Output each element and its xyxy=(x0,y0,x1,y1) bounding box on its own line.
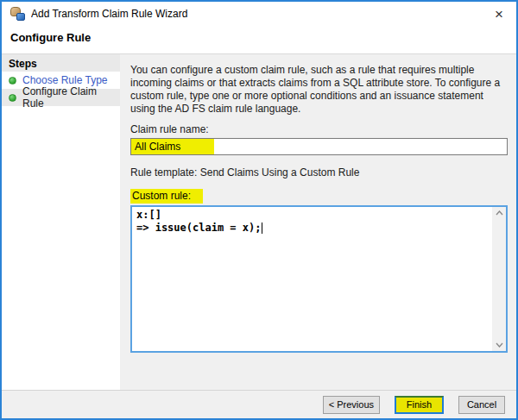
step-label[interactable]: Choose Rule Type xyxy=(22,74,108,86)
cancel-button[interactable]: Cancel xyxy=(458,396,505,414)
scroll-down-icon[interactable] xyxy=(495,341,503,349)
wizard-window: Add Transform Claim Rule Wizard × Config… xyxy=(0,0,518,420)
vertical-scrollbar[interactable] xyxy=(492,207,506,351)
window-title: Add Transform Claim Rule Wizard xyxy=(31,8,489,20)
claim-rule-name-label: Claim rule name: xyxy=(130,123,506,135)
claim-rule-name-input[interactable]: All Claims xyxy=(130,138,508,155)
finish-button[interactable]: Finish xyxy=(395,396,444,414)
title-bar: Add Transform Claim Rule Wizard × xyxy=(2,2,516,26)
custom-rule-value[interactable]: x:[] => issue(claim = x); xyxy=(136,209,489,349)
scroll-up-icon[interactable] xyxy=(495,209,503,217)
previous-button[interactable]: < Previous xyxy=(323,396,380,414)
page-header: Configure Rule xyxy=(2,26,516,53)
wizard-body: Steps Choose Rule Type Configure Claim R… xyxy=(2,53,516,390)
claim-rule-wizard-icon xyxy=(10,7,25,21)
step-label: Configure Claim Rule xyxy=(22,85,113,110)
step-done-bullet-icon xyxy=(9,77,16,85)
page-title: Configure Rule xyxy=(10,31,508,44)
steps-sidebar: Steps Choose Rule Type Configure Claim R… xyxy=(2,54,120,390)
custom-rule-textarea[interactable]: x:[] => issue(claim = x); xyxy=(130,205,508,353)
text-caret xyxy=(262,223,262,234)
close-icon[interactable]: × xyxy=(489,4,509,23)
rule-template-text: Rule template: Send Claims Using a Custo… xyxy=(130,166,506,179)
content-pane: You can configure a custom claim rule, s… xyxy=(120,54,516,390)
steps-heading: Steps xyxy=(2,54,120,72)
sidebar-item-configure-claim-rule[interactable]: Configure Claim Rule xyxy=(2,89,120,106)
step-current-bullet-icon xyxy=(9,94,16,102)
custom-rule-label: Custom rule: xyxy=(130,189,203,204)
claim-rule-name-value: All Claims xyxy=(131,139,214,154)
button-bar: < Previous Finish Cancel xyxy=(2,390,516,418)
description-text: You can configure a custom claim rule, s… xyxy=(130,64,506,116)
